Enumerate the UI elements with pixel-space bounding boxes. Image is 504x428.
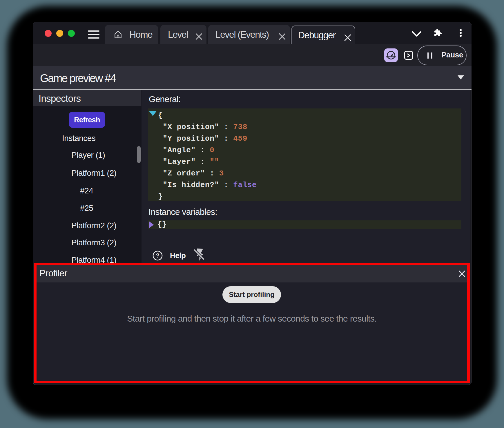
svg-text:?: ? bbox=[156, 252, 159, 259]
